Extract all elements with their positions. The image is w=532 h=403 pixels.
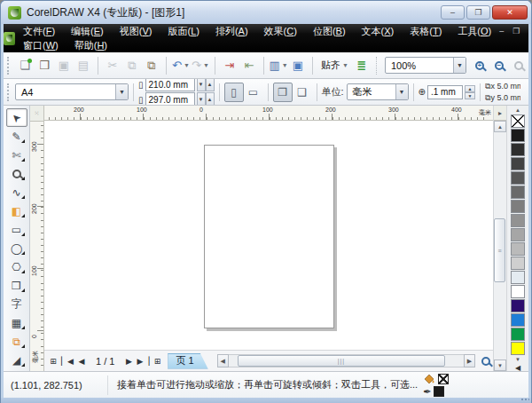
color-swatch-no-color[interactable] [511,115,525,128]
color-swatch-gray-90[interactable] [511,143,525,156]
menu-item-6[interactable]: 位图(B) [305,24,354,38]
color-swatch-black[interactable] [511,129,525,142]
color-swatch-blue[interactable] [511,313,525,327]
units-combobox[interactable]: 毫米 ▼ [347,83,409,100]
outline-color-swatch[interactable] [434,386,444,397]
ellipse-tool[interactable]: ◯ [6,239,27,257]
options-button[interactable]: ≣ [352,56,372,75]
menu-item-5[interactable]: 效果(C) [256,24,305,38]
vertical-ruler[interactable]: 3002001000毫米 [30,122,43,371]
horizontal-scrollbar[interactable]: ◀ ||| ▶ [217,354,475,367]
color-swatch-gray-50[interactable] [511,200,525,213]
menu-item-4[interactable]: 排列(A) [207,24,256,38]
paper-height-spinner[interactable]: ▼▲ [197,92,215,106]
corel-online-button[interactable]: ▣ [288,56,308,75]
zoom-level-combobox[interactable]: 100%▼ [385,57,466,74]
undo-button[interactable]: ↶▼ [171,56,191,75]
color-swatch-green[interactable] [511,328,525,341]
menu-item-7[interactable]: 文本(X) [354,24,403,38]
restore-button[interactable]: ❐ [466,5,490,20]
scroll-up-icon[interactable]: ▲ [494,121,506,132]
toolbar-grip[interactable] [7,83,12,101]
application-launcher-button[interactable]: ▥▼ [269,56,288,75]
color-swatch-gray-30[interactable] [511,228,525,241]
import-button[interactable]: ⇥ [220,56,239,75]
zoom-out-button[interactable]: − [489,56,509,75]
first-page-button[interactable]: ◀ [60,353,74,369]
horizontal-scroll-thumb[interactable]: ||| [238,355,445,367]
add-page-start-button[interactable]: ⊞ [46,353,60,369]
doc-minimize-button[interactable]: – [499,24,504,38]
chevron-down-icon[interactable]: ▼ [115,84,128,99]
chevron-down-icon[interactable]: ▼ [395,84,408,99]
next-page-button[interactable]: ▶ [121,353,136,369]
menu-item-8[interactable]: 表格(T) [402,24,450,38]
color-swatch-gray-10[interactable] [511,257,525,270]
color-swatch-gray-40[interactable] [511,214,525,227]
palette-scroll-up-icon[interactable]: ▲ [515,107,520,115]
doc-restore-button[interactable]: ❐ [512,24,520,38]
color-swatch-yellow[interactable] [511,342,525,355]
freehand-tool[interactable]: ∿ [6,183,27,202]
paper-width-field[interactable]: 210.0 mm [145,79,195,91]
text-tool[interactable]: 字 [6,295,27,313]
scroll-right-icon[interactable]: ▶ [464,354,475,367]
doc-close-button[interactable]: ✕ [528,24,532,38]
ruler-origin-button[interactable]: ⁙ [30,106,43,122]
duplicate-x-field[interactable]: 5.0 mm [497,82,520,91]
open-button[interactable]: ❒ [35,56,54,75]
scroll-down-icon[interactable]: ▼ [494,360,506,371]
close-button[interactable]: ✕ [492,5,528,20]
horizontal-ruler[interactable]: 2001000100200300400毫米 [44,106,493,121]
previous-page-button[interactable]: ◀ [74,353,89,369]
paper-height-field[interactable]: 297.0 mm [145,92,195,106]
new-document-button[interactable]: ❏ [15,56,35,75]
color-swatch-gray-60[interactable] [511,186,525,199]
fill-none-swatch[interactable] [438,374,449,384]
smart-fill-tool[interactable]: ◧ [6,202,27,220]
palette-scroll-down-icon[interactable]: ▼ [515,356,520,364]
paper-preset-combobox[interactable]: A4 ▼ [15,83,129,100]
scroll-left-icon[interactable]: ◀ [217,354,229,367]
resize-grip[interactable] [520,398,529,402]
basic-shapes-tool[interactable]: ❒ [6,276,27,295]
rectangle-tool[interactable]: ▭ [6,220,27,239]
paste-button[interactable]: ⧉ [142,56,161,75]
crop-tool[interactable]: ✄ [6,146,27,164]
minimize-button[interactable]: – [441,5,465,20]
add-page-end-button[interactable]: ⊞ [150,353,164,369]
menu-item2-1[interactable]: 帮助(H) [66,38,115,52]
toolbar-grip[interactable] [7,57,12,75]
menu-item-3[interactable]: 版面(L) [160,24,207,38]
paper-width-spinner[interactable]: ▼▲ [197,79,215,91]
color-swatch-gray-20[interactable] [511,242,525,256]
document-navigator-icon[interactable]: ▸ [494,106,506,121]
navigator-zoom-icon[interactable] [481,357,490,366]
outline-tool[interactable]: ◢ [6,351,27,369]
color-swatch-dark-violet[interactable] [511,299,525,312]
blend-tool[interactable]: ⧉ [6,332,27,351]
color-swatch-white[interactable] [511,285,525,298]
zoom-in-button[interactable]: + [470,56,489,75]
page-tab[interactable]: 页 1 [168,353,207,369]
landscape-button[interactable]: ▭ [244,83,263,102]
zoom-tool[interactable] [6,164,27,183]
table-tool[interactable]: ▦ [6,313,27,332]
menu-item2-0[interactable]: 窗口(W) [15,38,66,52]
menu-item-1[interactable]: 编辑(E) [63,24,112,38]
page-a4[interactable] [204,145,334,328]
pick-tool[interactable]: ➤ [6,108,27,127]
color-swatch-blue-white[interactable] [511,271,525,284]
nudge-spinner[interactable]: ▲▼ [465,85,475,99]
polygon-tool[interactable]: ⎔ [6,257,27,276]
menu-item-2[interactable]: 视图(V) [112,24,160,38]
color-swatch-gray-80[interactable] [511,157,525,170]
all-pages-button[interactable]: ❐ [273,83,293,102]
export-button[interactable]: ⇤ [239,56,259,75]
current-page-button[interactable]: ❑ [293,83,312,102]
nudge-offset-field[interactable]: .1 mm [427,85,463,99]
color-swatch-gray-70[interactable] [511,171,525,185]
menu-item-9[interactable]: 工具(O) [450,24,499,38]
shape-tool[interactable]: ✎ [6,127,27,146]
drawing-canvas[interactable] [44,121,493,350]
